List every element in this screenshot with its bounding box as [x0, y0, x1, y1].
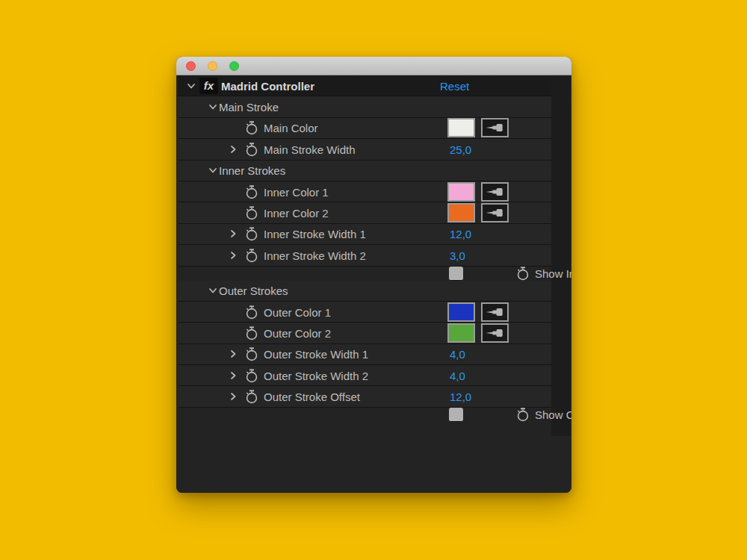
minimize-button[interactable] [208, 61, 217, 71]
chevron-right-icon[interactable] [228, 349, 238, 359]
property-label: Outer Stroke Offset [264, 391, 360, 403]
property-value[interactable]: 12,0 [450, 391, 471, 403]
stopwatch-icon[interactable] [244, 346, 259, 362]
stopwatch-icon[interactable] [244, 205, 259, 221]
property-label: Inner Stroke Width 1 [264, 228, 366, 240]
stopwatch-icon[interactable] [244, 325, 259, 341]
row-outer-color-1[interactable]: Outer Color 1 [178, 302, 551, 323]
chevron-down-icon[interactable] [186, 81, 196, 91]
stopwatch-icon[interactable] [515, 265, 530, 281]
scrollbar-gutter[interactable] [551, 75, 571, 436]
property-value[interactable]: 4,0 [450, 369, 465, 382]
group-label: Main Stroke [219, 101, 279, 113]
stopwatch-icon[interactable] [515, 406, 530, 423]
stopwatch-icon[interactable] [244, 367, 259, 384]
reset-button[interactable]: Reset [440, 79, 469, 92]
row-outer-strokes[interactable]: Outer Strokes [178, 281, 551, 302]
chevron-right-icon[interactable] [228, 228, 238, 239]
chevron-down-icon[interactable] [208, 102, 218, 112]
zoom-button[interactable] [229, 61, 239, 71]
property-value[interactable]: 4,0 [450, 348, 465, 361]
eyedropper-icon[interactable] [481, 203, 509, 223]
effect-header-row[interactable]: fxMadrid ControllerReset [178, 75, 551, 96]
property-label: Outer Stroke Width 1 [264, 348, 368, 361]
row-main-stroke[interactable]: Main Stroke [178, 96, 551, 117]
property-value[interactable]: 25,0 [450, 143, 471, 155]
property-label: Inner Color 1 [264, 185, 329, 198]
color-swatch[interactable] [447, 323, 475, 343]
row-main-stroke-width[interactable]: Main Stroke Width25,0 [178, 139, 551, 160]
group-label: Outer Strokes [219, 284, 288, 297]
property-value[interactable]: 12,0 [450, 228, 471, 240]
row-inner-color-2[interactable]: Inner Color 2 [178, 202, 551, 223]
close-button[interactable] [186, 61, 196, 71]
chevron-right-icon[interactable] [228, 370, 238, 381]
property-label: Show Inner Strokes [535, 267, 571, 279]
row-inner-strokes[interactable]: Inner Strokes [178, 161, 551, 181]
eyedropper-icon[interactable] [481, 323, 509, 343]
chevron-down-icon[interactable] [208, 285, 218, 296]
chevron-right-icon[interactable] [228, 250, 238, 261]
fx-badge[interactable]: fx [199, 78, 218, 94]
effect-controls-panel: fxMadrid ControllerResetMain StrokeMain … [176, 75, 571, 493]
group-label: Inner Strokes [219, 164, 285, 177]
effect-controls-window: fxMadrid ControllerResetMain StrokeMain … [176, 57, 571, 493]
property-label: Inner Stroke Width 2 [264, 249, 366, 261]
property-label: Main Stroke Width [264, 143, 356, 155]
stopwatch-icon[interactable] [244, 141, 259, 158]
eyedropper-icon[interactable] [481, 302, 509, 322]
row-main-color[interactable]: Main Color [178, 118, 551, 139]
stopwatch-icon[interactable] [244, 119, 259, 136]
color-swatch[interactable] [447, 302, 475, 322]
row-show-inner-strokes[interactable]: Show Inner StrokesOn/Off [449, 267, 463, 281]
row-outer-color-2[interactable]: Outer Color 2 [178, 323, 551, 343]
eyedropper-icon[interactable] [481, 118, 509, 137]
window-titlebar[interactable] [176, 57, 571, 75]
chevron-right-icon[interactable] [228, 144, 238, 155]
effect-rows: fxMadrid ControllerResetMain StrokeMain … [178, 75, 551, 422]
property-label: Outer Color 2 [264, 326, 331, 339]
stopwatch-icon[interactable] [244, 247, 259, 264]
row-inner-color-1[interactable]: Inner Color 1 [178, 181, 551, 202]
color-swatch[interactable] [447, 203, 475, 223]
eyedropper-icon[interactable] [481, 182, 509, 202]
chevron-down-icon[interactable] [208, 165, 218, 175]
property-label: Inner Color 2 [264, 207, 329, 220]
row-show-outer-strokes[interactable]: Show Outer StrokesOn/Off [449, 408, 463, 422]
stopwatch-icon[interactable] [244, 225, 259, 242]
chevron-right-icon[interactable] [228, 391, 238, 402]
row-outer-stroke-width-1[interactable]: Outer Stroke Width 14,0 [178, 344, 551, 365]
row-inner-stroke-width-2[interactable]: Inner Stroke Width 23,0 [178, 245, 551, 266]
color-swatch[interactable] [447, 182, 475, 202]
property-label: Outer Color 1 [264, 305, 331, 318]
property-label: Outer Stroke Width 2 [264, 369, 368, 382]
effect-name: Madrid Controller [221, 79, 314, 92]
row-inner-stroke-width-1[interactable]: Inner Stroke Width 112,0 [178, 224, 551, 245]
property-value[interactable]: 3,0 [450, 249, 465, 261]
property-label: Show Outer Strokes [535, 408, 571, 420]
property-label: Main Color [264, 122, 318, 134]
row-outer-stroke-width-2[interactable]: Outer Stroke Width 24,0 [178, 365, 551, 386]
row-outer-stroke-offset[interactable]: Outer Stroke Offset12,0 [178, 386, 551, 407]
color-swatch[interactable] [447, 118, 475, 137]
stopwatch-icon[interactable] [244, 388, 259, 405]
stopwatch-icon[interactable] [244, 304, 259, 320]
stopwatch-icon[interactable] [244, 184, 259, 200]
